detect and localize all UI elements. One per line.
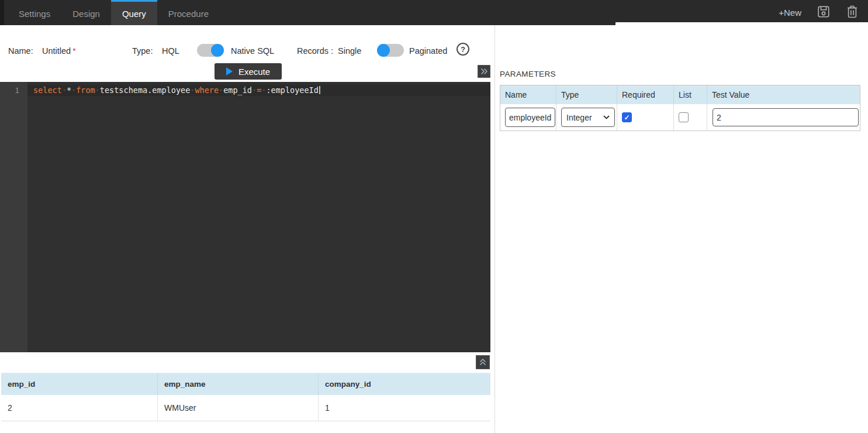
parameter-row: Integer ✓ ✓ bbox=[500, 104, 860, 130]
play-icon bbox=[226, 67, 233, 75]
records-option-paginated[interactable]: Paginated bbox=[409, 46, 447, 56]
execute-label: Execute bbox=[238, 67, 270, 77]
result-cell-company-id: 1 bbox=[319, 395, 490, 421]
new-query-button[interactable]: +New bbox=[779, 8, 801, 18]
tab-design[interactable]: Design bbox=[61, 0, 111, 25]
topbar-step bbox=[615, 22, 868, 25]
result-cell-emp-id: 2 bbox=[1, 395, 158, 421]
collapse-results-button[interactable] bbox=[476, 355, 490, 369]
name-label: Name: bbox=[8, 46, 33, 56]
save-button[interactable] bbox=[817, 5, 831, 21]
type-toggle[interactable] bbox=[197, 44, 224, 57]
type-option-hql[interactable]: HQL bbox=[162, 46, 179, 56]
results-column-header: emp_name bbox=[158, 373, 319, 395]
double-chevron-right-icon bbox=[480, 68, 488, 75]
topbar-actions: +New bbox=[779, 0, 868, 25]
param-type-select[interactable]: Integer bbox=[561, 108, 615, 127]
required-asterisk: * bbox=[72, 46, 75, 56]
chevron-down-icon bbox=[603, 115, 610, 119]
delete-button[interactable] bbox=[846, 5, 859, 21]
results-column-header: emp_id bbox=[1, 373, 158, 395]
top-tab-bar: Settings Design Query Procedure +New bbox=[0, 0, 868, 25]
param-column-header: Test Value bbox=[707, 85, 860, 104]
param-column-header: Type bbox=[556, 85, 617, 104]
param-required-checkbox[interactable]: ✓ bbox=[622, 112, 632, 122]
tab-strip: Settings Design Query Procedure bbox=[8, 0, 220, 25]
param-column-header: Required bbox=[617, 85, 674, 104]
type-label: Type: bbox=[132, 46, 153, 56]
records-toggle-knob bbox=[377, 44, 390, 57]
type-option-native-sql[interactable]: Native SQL bbox=[231, 46, 274, 56]
editor-code-area[interactable]: select·*·from·testschema.employee·where·… bbox=[27, 82, 490, 352]
parameters-table: Name Type Required List Test Value Integ… bbox=[500, 85, 860, 131]
records-toggle[interactable] bbox=[377, 44, 404, 57]
param-test-value-input[interactable] bbox=[713, 108, 859, 126]
query-name-value[interactable]: Untitled* bbox=[42, 46, 76, 56]
records-option-single[interactable]: Single bbox=[338, 46, 361, 56]
query-designer: Settings Design Query Procedure +New bbox=[0, 0, 868, 433]
save-icon bbox=[817, 5, 831, 21]
parameters-title: PARAMETERS bbox=[500, 70, 556, 78]
param-column-header: Name bbox=[500, 85, 556, 104]
text-cursor bbox=[319, 86, 320, 94]
results-header-row: emp_id emp_name company_id bbox=[1, 373, 490, 395]
results-column-header: company_id bbox=[319, 373, 490, 395]
panel-divider bbox=[494, 25, 495, 433]
line-number: 1 bbox=[0, 85, 19, 96]
double-chevron-up-icon bbox=[479, 359, 487, 366]
param-list-checkbox[interactable]: ✓ bbox=[679, 112, 689, 122]
records-label: Records : bbox=[297, 46, 333, 56]
tab-query[interactable]: Query bbox=[111, 0, 157, 25]
sql-code-line: select·*·from·testschema.employee·where·… bbox=[33, 85, 490, 96]
check-icon: ✓ bbox=[624, 114, 630, 121]
result-cell-emp-name: WMUser bbox=[158, 395, 319, 421]
trash-icon bbox=[846, 5, 859, 21]
help-icon[interactable]: ? bbox=[457, 43, 469, 56]
execute-button[interactable]: Execute bbox=[215, 63, 282, 80]
param-type-value: Integer bbox=[566, 113, 592, 122]
param-column-header: List bbox=[674, 85, 707, 104]
collapse-panel-button[interactable] bbox=[478, 65, 490, 78]
tab-procedure[interactable]: Procedure bbox=[157, 0, 220, 25]
tab-settings[interactable]: Settings bbox=[8, 0, 61, 25]
param-name-input[interactable] bbox=[505, 108, 555, 127]
parameters-header-row: Name Type Required List Test Value bbox=[500, 85, 860, 104]
topbar-edge bbox=[0, 0, 4, 25]
type-toggle-knob bbox=[211, 44, 224, 57]
sql-editor[interactable]: 1 select·*·from·testschema.employee·wher… bbox=[0, 82, 490, 352]
table-row[interactable]: 2 WMUser 1 bbox=[1, 395, 490, 421]
editor-gutter: 1 bbox=[0, 82, 27, 352]
results-table: emp_id emp_name company_id 2 WMUser 1 bbox=[1, 373, 490, 421]
